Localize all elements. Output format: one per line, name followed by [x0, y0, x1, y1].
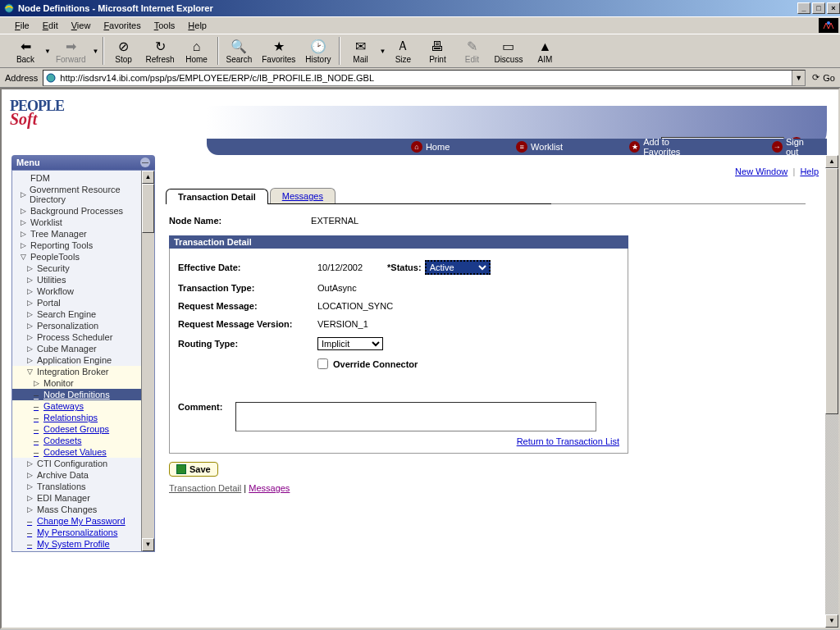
comment-textarea[interactable]	[235, 402, 596, 431]
edit-button[interactable]: ✎Edit	[454, 37, 489, 66]
menu-edit[interactable]: Edit	[36, 19, 65, 32]
node-name-label: Node Name:	[169, 216, 308, 226]
home-icon: ⌂	[411, 141, 422, 153]
main-scrollbar[interactable]: ▲ ▼	[825, 155, 838, 628]
bottom-tab-detail[interactable]: Transaction Detail	[169, 483, 241, 493]
mi-wf[interactable]: ▷Workflow	[12, 285, 141, 297]
scroll-down-icon[interactable]: ▼	[142, 538, 154, 551]
mi-pers[interactable]: ▷Personalization	[12, 320, 141, 331]
ie-throbber	[819, 18, 838, 33]
home-button[interactable]: ⌂Home	[180, 37, 214, 66]
favorites-button[interactable]: ★Favorites	[257, 37, 300, 66]
star-icon: ★	[629, 141, 640, 153]
menu-help[interactable]: Help	[181, 19, 213, 32]
menu-view[interactable]: View	[65, 19, 98, 32]
mi-wl[interactable]: ▷Worklist	[12, 217, 141, 228]
stop-button[interactable]: ⊘Stop	[107, 37, 141, 66]
mi-cv[interactable]: –Codeset Values	[12, 446, 141, 458]
nav-home[interactable]: ⌂Home	[401, 141, 459, 153]
mi-myp[interactable]: –My Personalizations	[12, 527, 141, 538]
menu-file[interactable]: File	[8, 19, 36, 32]
main-content: New Window | Help Transaction Detail Mes…	[166, 163, 827, 493]
maximize-button[interactable]: □	[812, 2, 825, 14]
mi-mon[interactable]: ▷Monitor	[12, 377, 141, 389]
print-button[interactable]: 🖶Print	[420, 37, 454, 66]
address-input[interactable]	[60, 73, 792, 83]
mi-se[interactable]: ▷Search Engine	[12, 308, 141, 320]
nav-favorites[interactable]: ★Add to Favorites	[619, 137, 715, 157]
worklist-icon: ≡	[516, 141, 527, 153]
effdate-label: Effective Date:	[178, 262, 317, 272]
comment-label: Comment:	[178, 402, 235, 412]
mi-fdm[interactable]: FDM	[12, 172, 141, 184]
mi-rt[interactable]: ▷Reporting Tools	[12, 240, 141, 251]
scroll-up-icon[interactable]: ▲	[825, 155, 838, 168]
mi-ps[interactable]: ▷Process Scheduler	[12, 331, 141, 343]
return-link[interactable]: Return to Transaction List	[517, 436, 619, 446]
mi-cg[interactable]: –Codeset Groups	[12, 423, 141, 435]
override-checkbox[interactable]	[317, 358, 328, 369]
help-link[interactable]: Help	[800, 167, 819, 176]
mi-tr[interactable]: ▷Translations	[12, 481, 141, 492]
new-window-link[interactable]: New Window	[735, 167, 788, 176]
mi-cm[interactable]: ▷Cube Manager	[12, 343, 141, 354]
bottom-tab-messages[interactable]: Messages	[249, 483, 290, 493]
aim-button[interactable]: ▲AIM	[527, 37, 562, 66]
go-button[interactable]: ⟳Go	[812, 72, 835, 83]
rm-label: Request Message:	[178, 301, 317, 311]
menu-scrollbar[interactable]: ▲ ▼	[141, 171, 154, 551]
refresh-button[interactable]: ↻Refresh	[141, 37, 180, 66]
mi-cs[interactable]: –Codesets	[12, 435, 141, 446]
minimize-button[interactable]: _	[797, 2, 810, 14]
menu-tools[interactable]: Tools	[148, 19, 182, 32]
size-button[interactable]: ＡSize	[386, 37, 420, 66]
mi-sec[interactable]: ▷Security	[12, 262, 141, 274]
mi-rel[interactable]: –Relationships	[12, 412, 141, 423]
mi-grd[interactable]: ▷Government Resource Directory	[12, 184, 141, 205]
tab-detail[interactable]: Transaction Detail	[166, 189, 268, 204]
close-button[interactable]: ×	[827, 2, 840, 14]
mail-button[interactable]: ✉Mail	[343, 37, 377, 66]
ie-icon	[3, 2, 15, 14]
status-label: *Status:	[387, 262, 422, 272]
mi-portal[interactable]: ▷Portal	[12, 297, 141, 308]
history-button[interactable]: 🕑History	[300, 37, 336, 66]
mi-nd[interactable]: –Node Definitions	[12, 389, 141, 400]
mi-pwd[interactable]: –Change My Password	[12, 515, 141, 527]
discuss-button[interactable]: ▭Discuss	[489, 37, 527, 66]
forward-button[interactable]: ➡Forward	[51, 37, 91, 66]
mi-bg[interactable]: ▷Background Processes	[12, 205, 141, 217]
disk-icon	[176, 464, 186, 474]
rm-value: LOCATION_SYNC	[317, 301, 393, 311]
scroll-thumb[interactable]	[142, 184, 154, 233]
mi-ib[interactable]: ▽Integration Broker	[12, 366, 141, 377]
peoplesoft-logo: PEOPLESoft	[10, 98, 67, 130]
status-select[interactable]: Active	[425, 260, 491, 275]
page-icon	[45, 72, 57, 84]
mi-edi[interactable]: ▷EDI Manager	[12, 492, 141, 504]
address-dropdown[interactable]: ▼	[792, 71, 805, 85]
mi-tm[interactable]: ▷Tree Manager	[12, 228, 141, 240]
tab-messages[interactable]: Messages	[270, 188, 336, 203]
menu-header: Menu —	[11, 155, 155, 170]
menu-favorites[interactable]: Favorites	[97, 19, 147, 32]
address-label: Address	[5, 73, 38, 83]
nav-signout[interactable]: →Sign out	[762, 137, 827, 157]
scroll-down-icon[interactable]: ▼	[825, 614, 838, 628]
scroll-up-icon[interactable]: ▲	[142, 171, 154, 184]
mi-msp[interactable]: –My System Profile	[12, 538, 141, 550]
mi-ad[interactable]: ▷Archive Data	[12, 469, 141, 481]
mi-ae[interactable]: ▷Application Engine	[12, 354, 141, 366]
collapse-icon[interactable]: —	[140, 158, 150, 167]
save-button[interactable]: Save	[169, 462, 218, 477]
mi-pt[interactable]: ▽PeopleTools	[12, 251, 141, 262]
search-button[interactable]: 🔍Search	[221, 37, 258, 66]
back-button[interactable]: ⬅Back	[8, 37, 43, 66]
mi-util[interactable]: ▷Utilities	[12, 274, 141, 285]
scroll-thumb[interactable]	[825, 168, 838, 414]
mi-cti[interactable]: ▷CTI Configuration	[12, 458, 141, 469]
routing-type-select[interactable]: Implicit	[317, 337, 383, 350]
mi-gw[interactable]: –Gateways	[12, 400, 141, 412]
mi-mc[interactable]: ▷Mass Changes	[12, 504, 141, 515]
nav-worklist[interactable]: ≡Worklist	[506, 141, 573, 153]
